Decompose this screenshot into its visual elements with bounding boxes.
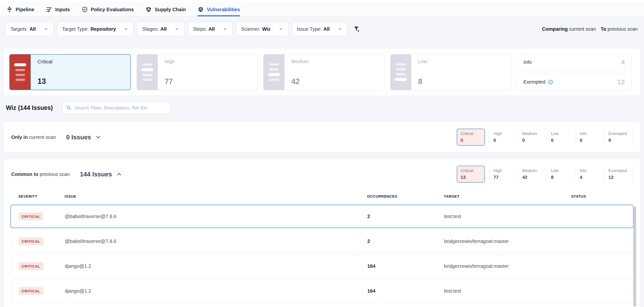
severity-card-label: Info — [524, 60, 532, 65]
counter-label: Medium — [522, 131, 546, 136]
counter-exempted[interactable]: Exempted 0 — [604, 130, 632, 145]
tab-pipeline[interactable]: Pipeline — [6, 3, 34, 16]
column-header-severity: SEVERITY — [11, 194, 57, 198]
table-row[interactable]: CRITICAL django@1.2 164 bridgecrewio/ter… — [11, 254, 633, 278]
pipeline-icon — [6, 6, 13, 13]
counter-low[interactable]: Low 8 — [546, 166, 575, 182]
counter-info[interactable]: Info 4 — [575, 166, 604, 182]
counter-value: 0 — [522, 138, 546, 143]
vulnerabilities-icon — [198, 6, 204, 13]
search-box — [62, 102, 170, 114]
column-header-status: STATUS — [564, 194, 633, 198]
group-common-to-previous-scan: Common to previous scan 144 Issues Criti… — [4, 159, 640, 307]
tab-label: Policy Evaluations — [91, 7, 134, 12]
filter-stages[interactable]: Stages:All — [137, 22, 184, 36]
group-expand-toggle[interactable] — [95, 134, 101, 140]
counter-value: 8 — [551, 175, 575, 180]
filter-clear-icon — [353, 25, 360, 33]
severity-cell: CRITICAL — [11, 287, 57, 295]
table-row[interactable]: CRITICAL django@1.2 164 test:test — [11, 280, 633, 302]
counter-label: Medium — [522, 168, 546, 173]
tab-supply-chain[interactable]: Supply Chain — [146, 3, 186, 16]
counter-medium[interactable]: Medium 0 — [518, 130, 546, 145]
counter-label: Info — [580, 168, 604, 173]
severity-card-label: Medium — [291, 59, 384, 64]
severity-level-icon — [264, 54, 284, 90]
severity-card-exempted[interactable]: Exempted 12 — [517, 74, 631, 90]
filter-issue-type[interactable]: Issue Type:All — [292, 22, 347, 36]
severity-card-info[interactable]: Info 4 — [517, 54, 631, 70]
vertical-scrollbar[interactable] — [633, 206, 636, 306]
severity-summary-panel: Critical 13 High 77 Medium 42 Low 8 I — [4, 49, 640, 96]
counter-critical[interactable]: Critical 13 — [457, 166, 485, 183]
counter-medium[interactable]: Medium 42 — [518, 166, 546, 182]
info-icon[interactable] — [548, 80, 553, 85]
tab-label: Vulnerabilities — [207, 7, 240, 12]
severity-card-high[interactable]: High 77 — [137, 54, 258, 90]
chevron-down-icon — [95, 134, 101, 140]
scanner-section-header: Wiz (144 Issues) — [6, 102, 638, 114]
severity-card-critical[interactable]: Critical 13 — [9, 54, 131, 90]
inputs-icon — [46, 6, 52, 13]
group-title: Only in current scan — [11, 134, 56, 140]
counter-value: 0 — [608, 138, 632, 143]
table-header: SEVERITY ISSUE OCCURRENCES TARGET STATUS — [11, 190, 633, 202]
chevron-up-icon — [116, 171, 122, 178]
occurrences-cell: 164 — [360, 288, 436, 294]
clear-filters-button[interactable] — [353, 25, 360, 33]
counter-value: 4 — [580, 175, 604, 180]
filter-value: All — [30, 26, 36, 32]
target-cell: test:test — [436, 288, 564, 294]
counter-divider — [632, 166, 633, 183]
counter-low[interactable]: Low 0 — [546, 130, 575, 145]
issue-cell: django@1.2 — [57, 288, 360, 294]
severity-card-value: 4 — [621, 58, 625, 66]
severity-card-body: Critical 13 — [31, 54, 130, 90]
counter-label: Info — [580, 131, 604, 136]
counter-critical[interactable]: Critical 0 — [457, 129, 485, 146]
comparison-status: Comparing current scan To previous scan — [542, 26, 638, 32]
top-strip — [0, 0, 644, 2]
group-title-prefix: Only in — [11, 134, 28, 140]
column-header-issue: ISSUE — [57, 194, 360, 198]
severity-cell: CRITICAL — [11, 212, 57, 220]
issue-cell: @babel/traverse@7.8.6 — [57, 214, 360, 219]
tab-vulnerabilities[interactable]: Vulnerabilities — [198, 3, 240, 16]
target-cell: bridgecrewio/terragoat:master — [436, 264, 564, 269]
group-collapse-toggle[interactable] — [116, 171, 122, 178]
comparing-label: Comparing — [542, 26, 568, 32]
severity-badge: CRITICAL — [18, 237, 43, 245]
counter-label: Exempted — [608, 168, 632, 173]
tab-policy-evaluations[interactable]: Policy Evaluations — [82, 3, 134, 16]
table-row[interactable]: CRITICAL @babel/traverse@7.8.6 2 bridgec… — [11, 230, 633, 253]
counter-value: 13 — [460, 175, 481, 180]
group-title: Common to previous scan — [11, 172, 70, 177]
counter-value: 0 — [580, 138, 604, 143]
chevron-down-icon — [124, 26, 128, 32]
counter-high[interactable]: High 0 — [489, 130, 518, 145]
group-title-prefix: Common to — [11, 172, 38, 177]
search-icon — [66, 105, 71, 110]
scanner-title: Wiz (144 Issues) — [6, 104, 53, 111]
filter-label: Target Type: — [62, 26, 89, 32]
tab-label: Supply Chain — [155, 7, 186, 12]
filter-steps[interactable]: Steps:All — [188, 22, 232, 36]
search-input[interactable] — [62, 102, 170, 114]
group-title-scan: current scan — [29, 134, 56, 140]
table-row[interactable]: CRITICAL @babel/traverse@7.8.6 2 test:te… — [11, 205, 633, 228]
filter-target-type[interactable]: Target Type:Repository — [57, 22, 134, 36]
counter-high[interactable]: High 77 — [489, 166, 518, 182]
severity-card-value: 8 — [418, 77, 511, 86]
filter-targets[interactable]: Targets:All — [5, 22, 54, 36]
counter-exempted[interactable]: Exempted 12 — [604, 166, 632, 182]
severity-card-medium[interactable]: Medium 42 — [263, 54, 384, 90]
severity-card-low[interactable]: Low 8 — [390, 54, 511, 90]
filter-scanner[interactable]: Scanner:Wiz — [236, 22, 288, 36]
severity-card-body: Medium 42 — [284, 54, 384, 90]
counter-info[interactable]: Info 0 — [575, 130, 604, 145]
counter-value: 77 — [494, 175, 518, 180]
filter-value: All — [324, 26, 330, 32]
occurrences-cell: 2 — [360, 214, 436, 219]
tab-inputs[interactable]: Inputs — [46, 3, 70, 16]
severity-level-icon — [10, 54, 31, 90]
